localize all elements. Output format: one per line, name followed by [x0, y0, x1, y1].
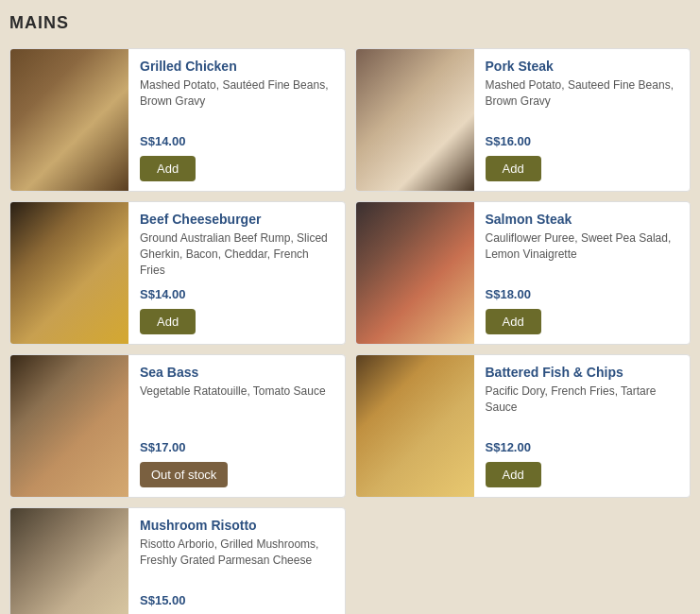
- item-image-pork-steak: [356, 49, 474, 191]
- item-name-battered-fish-chips: Battered Fish & Chips: [486, 365, 679, 380]
- item-description-sea-bass: Vegetable Ratatouille, Tomato Sauce: [140, 384, 333, 433]
- item-details-battered-fish-chips: Battered Fish & Chips Pacific Dory, Fren…: [474, 355, 691, 497]
- item-description-beef-cheeseburger: Ground Australian Beef Rump, Sliced Gher…: [140, 230, 333, 280]
- item-name-grilled-chicken: Grilled Chicken: [140, 59, 333, 74]
- item-price-mushroom-risotto: S$15.00: [140, 593, 333, 607]
- item-details-mushroom-risotto: Mushroom Risotto Risotto Arborio, Grille…: [128, 508, 345, 614]
- menu-item-grilled-chicken: Grilled Chicken Mashed Potato, Sautéed F…: [9, 48, 346, 192]
- item-button-salmon-steak[interactable]: Add: [486, 309, 541, 334]
- item-description-grilled-chicken: Mashed Potato, Sautéed Fine Beans, Brown…: [140, 77, 333, 127]
- item-image-sea-bass: [10, 355, 128, 497]
- item-price-sea-bass: S$17.00: [140, 440, 333, 454]
- item-details-sea-bass: Sea Bass Vegetable Ratatouille, Tomato S…: [128, 355, 345, 497]
- item-price-battered-fish-chips: S$12.00: [486, 440, 679, 454]
- menu-item-mushroom-risotto: Mushroom Risotto Risotto Arborio, Grille…: [9, 507, 346, 614]
- item-button-grilled-chicken[interactable]: Add: [140, 156, 196, 181]
- item-details-salmon-steak: Salmon Steak Cauliflower Puree, Sweet Pe…: [474, 202, 691, 344]
- item-name-beef-cheeseburger: Beef Cheeseburger: [140, 212, 333, 227]
- section-title: MAINS: [9, 9, 691, 37]
- item-price-grilled-chicken: S$14.00: [140, 134, 333, 148]
- menu-item-pork-steak: Pork Steak Mashed Potato, Sauteed Fine B…: [355, 48, 691, 192]
- item-name-salmon-steak: Salmon Steak: [486, 212, 679, 227]
- item-button-battered-fish-chips[interactable]: Add: [486, 462, 541, 487]
- item-description-battered-fish-chips: Pacific Dory, French Fries, Tartare Sauc…: [486, 384, 679, 433]
- item-image-salmon-steak: [356, 202, 474, 344]
- item-image-beef-cheeseburger: [10, 202, 128, 344]
- menu-item-salmon-steak: Salmon Steak Cauliflower Puree, Sweet Pe…: [355, 201, 691, 345]
- menu-item-battered-fish-chips: Battered Fish & Chips Pacific Dory, Fren…: [355, 354, 691, 498]
- item-name-pork-steak: Pork Steak: [486, 59, 679, 74]
- item-name-sea-bass: Sea Bass: [140, 365, 333, 380]
- item-image-grilled-chicken: [10, 49, 128, 191]
- item-button-pork-steak[interactable]: Add: [486, 156, 541, 181]
- item-image-mushroom-risotto: [10, 508, 128, 614]
- item-image-battered-fish-chips: [356, 355, 474, 497]
- item-details-pork-steak: Pork Steak Mashed Potato, Sauteed Fine B…: [474, 49, 691, 191]
- item-description-mushroom-risotto: Risotto Arborio, Grilled Mushrooms, Fres…: [140, 537, 333, 586]
- item-price-salmon-steak: S$18.00: [486, 287, 679, 301]
- item-description-salmon-steak: Cauliflower Puree, Sweet Pea Salad, Lemo…: [486, 230, 679, 280]
- menu-grid: Grilled Chicken Mashed Potato, Sautéed F…: [9, 48, 691, 614]
- item-description-pork-steak: Mashed Potato, Sauteed Fine Beans, Brown…: [486, 77, 679, 127]
- menu-item-beef-cheeseburger: Beef Cheeseburger Ground Australian Beef…: [9, 201, 346, 345]
- item-details-grilled-chicken: Grilled Chicken Mashed Potato, Sautéed F…: [128, 49, 345, 191]
- item-price-beef-cheeseburger: S$14.00: [140, 287, 333, 301]
- menu-item-sea-bass: Sea Bass Vegetable Ratatouille, Tomato S…: [9, 354, 346, 498]
- item-name-mushroom-risotto: Mushroom Risotto: [140, 518, 333, 533]
- item-button-beef-cheeseburger[interactable]: Add: [140, 309, 196, 334]
- item-details-beef-cheeseburger: Beef Cheeseburger Ground Australian Beef…: [128, 202, 345, 344]
- item-button-sea-bass: Out of stock: [140, 462, 228, 487]
- item-price-pork-steak: S$16.00: [486, 134, 679, 148]
